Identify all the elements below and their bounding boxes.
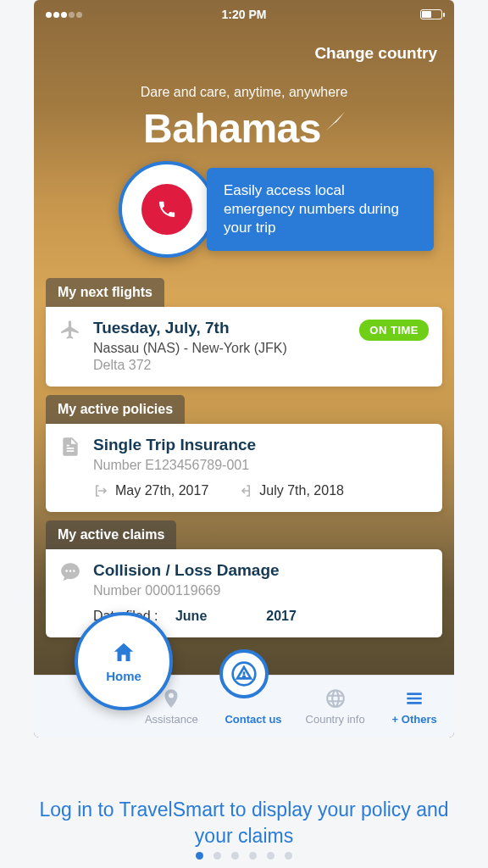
destination-title: Bahamas [143, 105, 345, 152]
tagline: Dare and care, anytime, anywhere [34, 85, 454, 100]
policy-end-date: July 7th, 2018 [237, 483, 344, 498]
claim-title: Collision / Loss Damage [93, 561, 429, 580]
tab-home-highlight[interactable]: Home [75, 612, 173, 710]
plane-icon [59, 319, 81, 341]
status-time: 1:20 PM [222, 8, 267, 21]
flight-carrier: Delta 372 [93, 358, 429, 373]
pager-dot[interactable] [214, 852, 221, 860]
policy-title: Single Trip Insurance [93, 436, 429, 454]
pager-dot[interactable] [267, 852, 274, 860]
alert-icon [230, 660, 258, 687]
svg-point-1 [69, 570, 72, 572]
chat-icon [59, 561, 81, 583]
pager-dots[interactable] [0, 852, 488, 860]
flight-card[interactable]: Tuesday, July, 7th ON TIME Nassau (NAS) … [46, 307, 442, 387]
pager-dot[interactable] [196, 852, 203, 860]
pin-icon [160, 687, 182, 709]
svg-point-0 [65, 570, 68, 572]
pager-dot[interactable] [285, 852, 292, 860]
flight-status-badge: ON TIME [359, 320, 429, 341]
globe-icon [324, 687, 347, 709]
tab-others[interactable]: + Others [376, 687, 452, 726]
phone-screenshot: 1:20 PM Change country Dare and care, an… [34, 0, 454, 737]
policy-number: Number E123456789-001 [93, 458, 429, 473]
change-country-link[interactable]: Change country [314, 44, 437, 63]
plane-arrow-icon [326, 112, 345, 131]
pager-dot[interactable] [231, 852, 239, 860]
onboarding-caption: Log in to TravelSmart to display your po… [0, 797, 488, 849]
flight-date: Tuesday, July, 7th [93, 319, 230, 337]
svg-point-2 [73, 570, 75, 572]
tab-country-info[interactable]: Country info [297, 687, 374, 726]
policies-section-label: My active policies [46, 395, 185, 424]
home-icon [111, 640, 136, 665]
emergency-tooltip: Easily access local emergency numbers du… [207, 168, 434, 251]
flight-route: Nassau (NAS) - New-York (JFK) [93, 341, 429, 356]
policy-card[interactable]: Single Trip Insurance Number E123456789-… [46, 424, 442, 512]
phone-icon [141, 184, 192, 235]
policy-start-date: May 27th, 2017 [93, 483, 208, 498]
svg-point-5 [243, 676, 245, 678]
enter-icon [237, 483, 252, 498]
exit-icon [93, 483, 108, 498]
battery-icon [420, 9, 442, 19]
pager-dot[interactable] [249, 852, 257, 860]
tab-contact-highlight[interactable] [219, 649, 269, 698]
status-bar: 1:20 PM [34, 0, 454, 29]
menu-icon [403, 687, 425, 709]
flights-section-label: My next flights [46, 278, 164, 307]
signal-dots [46, 12, 82, 18]
claims-section-label: My active claims [46, 520, 176, 549]
document-icon [59, 436, 81, 458]
claim-number: Number 0000119669 [93, 583, 429, 598]
